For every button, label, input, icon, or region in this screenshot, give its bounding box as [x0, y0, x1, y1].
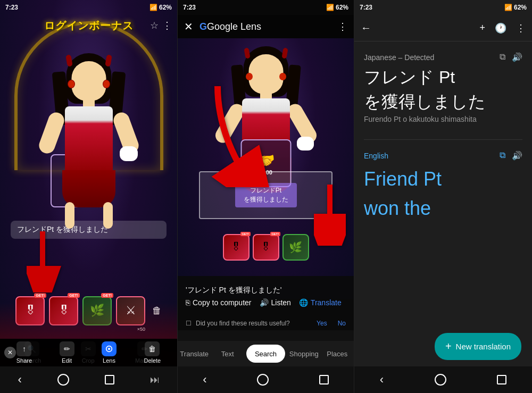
- p2-back-btn[interactable]: ‹: [203, 373, 206, 387]
- p3-translation-text1: Friend Pt: [364, 168, 442, 190]
- p2-red-arrow: [207, 81, 271, 189]
- translate-btn[interactable]: 🌐 Translate: [299, 298, 342, 307]
- p3-top-bar: ← + 🕐 ⋮: [354, 15, 532, 41]
- lens-label: Lens: [103, 357, 115, 364]
- p3-time: 7:23: [360, 4, 372, 11]
- lens-toolbar-btn[interactable]: Lens: [102, 341, 117, 364]
- star-icon[interactable]: ☆: [150, 20, 159, 31]
- tab-translate[interactable]: Translate: [178, 341, 211, 366]
- p3-source-lang: Japanese – Detected: [364, 53, 434, 62]
- p2-red-arrow-2: [314, 182, 346, 248]
- p2-time: 7:23: [183, 4, 196, 11]
- tab-text-label: Text: [221, 350, 234, 358]
- panel-1: 7:23 📶 62% ログインボーナス ☆ ⋮: [0, 0, 177, 393]
- back-nav-btn[interactable]: ‹: [18, 373, 21, 387]
- status-bar-3: 7:23 📶 62%: [354, 0, 532, 15]
- p3-copy-target-btn[interactable]: ⧉: [500, 150, 505, 161]
- p3-source-line2: を獲得しました: [364, 92, 486, 111]
- delete-toolbar-btn[interactable]: 🗑 Delete: [144, 341, 161, 364]
- copy-to-computer-label: Copy to computer: [193, 298, 252, 307]
- p3-translation-content: Japanese – Detected ⧉ 🔊 フレンド Pt を獲得しました …: [354, 41, 532, 332]
- p2-status-icons: 📶 62%: [326, 4, 348, 11]
- feedback-no-btn[interactable]: No: [338, 320, 346, 327]
- tab-search-label: Search: [255, 350, 277, 358]
- app-title: ログインボーナス: [44, 19, 134, 33]
- p2-recents-btn[interactable]: [319, 375, 329, 384]
- p3-source-line1: フレンド Pt: [364, 68, 455, 87]
- p2-item-2: 🎖GET!: [253, 234, 279, 261]
- svg-point-3: [108, 348, 110, 350]
- listen-btn[interactable]: 🔊 Listen: [260, 298, 291, 307]
- nav-bar-3: ‹: [354, 366, 532, 393]
- p3-romanization: Furendo Pt o kakutoku shimashita: [364, 115, 522, 123]
- p3-back-button[interactable]: ←: [361, 22, 371, 34]
- tab-shopping[interactable]: Shopping: [287, 341, 320, 366]
- lens-icon: [102, 341, 117, 356]
- p3-listen-target-btn[interactable]: 🔊: [512, 150, 522, 161]
- p2-result-panel: 'フレンド Pt を獲得しました' ⎘ Copy to computer 🔊 L…: [178, 276, 354, 316]
- time-display: 7:23: [5, 4, 18, 11]
- new-translation-plus-icon: +: [445, 340, 452, 353]
- share-label: Share: [16, 357, 32, 364]
- edit-toolbar-btn[interactable]: ✏ Edit: [60, 341, 74, 364]
- tab-places[interactable]: Places: [321, 341, 354, 366]
- copy-to-computer-btn[interactable]: ⎘ Copy to computer: [186, 298, 252, 307]
- p2-top-bar: ✕ G Google Lens ⋮: [178, 15, 354, 38]
- menu-icon[interactable]: ⋮: [162, 20, 172, 31]
- tab-text[interactable]: Text: [211, 341, 244, 366]
- home-nav-btn[interactable]: [57, 374, 69, 386]
- recents-nav-btn[interactable]: [105, 375, 114, 384]
- status-bar-2: 7:23 📶 62%: [178, 0, 354, 15]
- p3-menu-icon[interactable]: ⋮: [516, 22, 526, 34]
- p3-copy-source-btn[interactable]: ⧉: [500, 52, 505, 62]
- p2-battery: 62%: [336, 4, 348, 11]
- tab-shopping-label: Shopping: [289, 350, 319, 358]
- battery-percent: 62%: [159, 4, 172, 11]
- p2-battery-icon: 📶: [326, 4, 334, 11]
- p2-image-area: 🤝 ×100 フレンドPtを獲得しました 🎖GET! 🎖GET! 🌿: [178, 38, 354, 299]
- p3-back-nav-btn[interactable]: ‹: [380, 373, 384, 387]
- p3-source-text-2: を獲得しました: [364, 91, 522, 113]
- p2-item-1: 🎖GET!: [223, 234, 250, 261]
- p3-listen-source-btn[interactable]: 🔊: [512, 52, 522, 62]
- p3-status-icons: 📶 62%: [504, 4, 527, 11]
- share-toolbar-btn[interactable]: ↑ Share: [16, 341, 32, 364]
- share-icon: ↑: [16, 341, 31, 356]
- p2-close-button[interactable]: ✕: [184, 20, 193, 33]
- p3-recents-btn[interactable]: [497, 375, 506, 384]
- p2-result-text: 'フレンド Pt を獲得しました': [186, 286, 346, 295]
- tab-search[interactable]: Search: [246, 345, 285, 363]
- delete-label: Delete: [144, 357, 161, 364]
- close-button[interactable]: ✕: [4, 347, 16, 358]
- status-bar-1: 7:23 📶 62%: [0, 0, 177, 15]
- p3-source-text-1: フレンド Pt: [364, 66, 522, 89]
- tab-places-label: Places: [327, 350, 347, 358]
- close-icon: ✕: [7, 349, 13, 356]
- skip-nav-btn[interactable]: ⏭: [150, 374, 160, 386]
- edit-icon: ✏: [60, 341, 74, 356]
- bottom-toolbar-2: ↑ Share ✏ Edit Lens 🗑 Delete: [0, 339, 177, 366]
- p2-menu-icon[interactable]: ⋮: [338, 21, 347, 32]
- get-badge-2: GET!: [68, 293, 80, 298]
- p3-translation-line2: won the: [364, 196, 522, 221]
- tab-translate-label: Translate: [180, 350, 209, 358]
- p3-add-icon[interactable]: +: [479, 22, 485, 34]
- google-logo: G: [200, 21, 207, 32]
- p2-home-btn[interactable]: [257, 374, 269, 386]
- p3-history-icon[interactable]: 🕐: [495, 22, 506, 34]
- p3-home-btn[interactable]: [435, 374, 446, 386]
- feedback-yes-btn[interactable]: Yes: [317, 320, 327, 327]
- translate-label: Translate: [311, 298, 342, 307]
- lens-title: Google Lens: [207, 21, 261, 32]
- p2-item-3: 🌿: [282, 234, 309, 261]
- panel-2: 7:23 📶 62% ✕ G Google Lens ⋮: [177, 0, 354, 393]
- edit-label: Edit: [62, 357, 72, 364]
- p3-divider: [364, 139, 522, 140]
- p3-target-lang-row: English ⧉ 🔊: [364, 150, 522, 161]
- p3-source-lang-row: Japanese – Detected ⧉ 🔊: [364, 52, 522, 62]
- p3-battery-icon: 📶: [504, 4, 512, 11]
- new-translation-button[interactable]: + New translation: [435, 333, 521, 360]
- nav-bar-1: ‹ ⏭: [0, 366, 177, 393]
- red-arrow-1: [27, 229, 69, 295]
- p2-tabs: Translate Text Search Shopping Places: [178, 341, 354, 366]
